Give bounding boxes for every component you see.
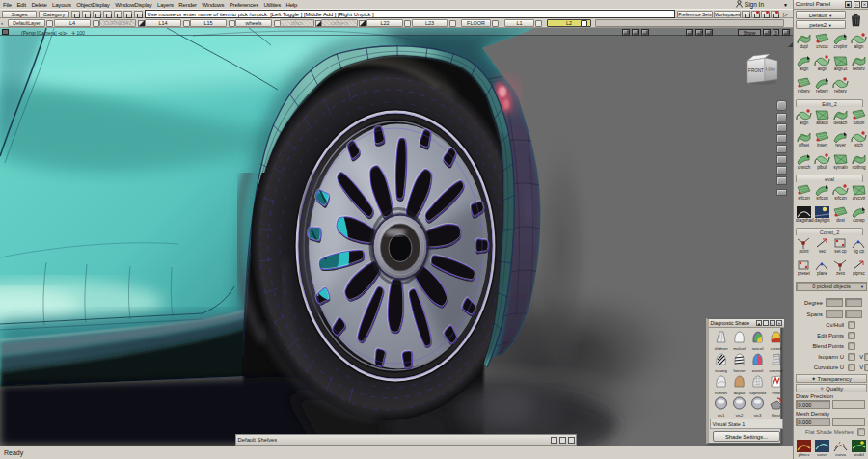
svg-text:FRONT: FRONT — [748, 68, 764, 73]
